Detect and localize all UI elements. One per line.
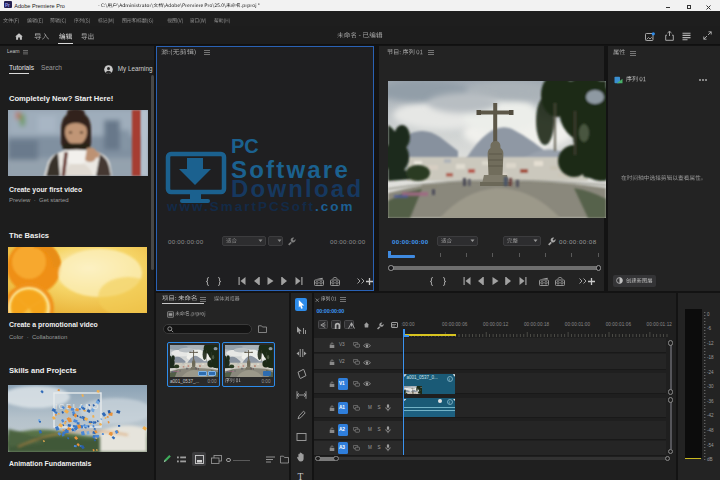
svg-text:www.SmartPCSoft.com: www.SmartPCSoft.com (166, 199, 355, 214)
svg-text:T: T (298, 472, 304, 480)
svg-text:f: f (448, 400, 450, 405)
svg-text:Download: Download (231, 175, 363, 202)
svg-text:PC: PC (231, 136, 259, 157)
svg-text:f: f (448, 376, 450, 381)
